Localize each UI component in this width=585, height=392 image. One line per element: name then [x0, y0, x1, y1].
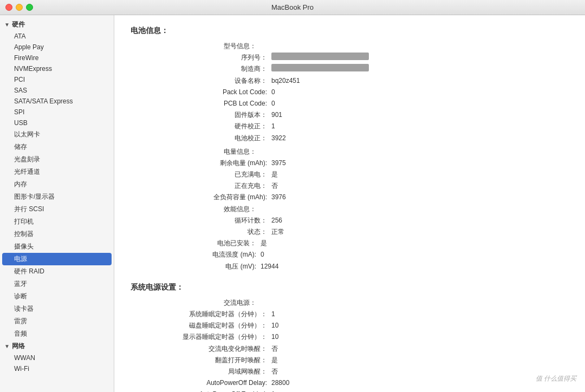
content-area: 电池信息： 型号信息： 序列号： 制造商： 设备名称： bq20z451: [114, 15, 585, 392]
watermark: 值 什么值得买: [536, 374, 576, 383]
charging-label: 正在充电：: [131, 181, 271, 191]
voltage-row: 电压 (mV): 12944: [131, 262, 569, 272]
lid-open-label: 翻盖打开时唤醒：: [131, 355, 271, 365]
sidebar-item-applepay[interactable]: Apple Pay: [0, 42, 114, 53]
battery-installed-label: 电池已安装：: [131, 238, 261, 249]
pack-lot-code-value: 0: [271, 87, 275, 97]
sidebar-item-camera[interactable]: 摄像头: [0, 240, 114, 253]
sidebar-item-scsi[interactable]: 并行 SCSI: [0, 203, 114, 215]
hardware-arrow-icon: ▼: [4, 22, 10, 28]
battery-manufacturer-value: [271, 64, 369, 71]
lid-open-row: 翻盖打开时唤醒： 是: [131, 355, 569, 365]
full-capacity-value: 3976: [271, 192, 286, 202]
sidebar-item-nvmexpress[interactable]: NVMExpress: [0, 63, 114, 74]
sidebar-item-controller[interactable]: 控制器: [0, 228, 114, 240]
maximize-button[interactable]: [26, 4, 33, 11]
hardware-version-row: 硬件校正： 1: [131, 121, 569, 132]
battery-manufacturer-label: 制造商：: [131, 64, 271, 74]
hardware-version-label: 硬件校正：: [131, 121, 271, 132]
sidebar-item-graphics[interactable]: 图形卡/显示器: [0, 191, 114, 203]
battery-device-value: bq20z451: [271, 76, 300, 86]
sidebar-item-spi[interactable]: SPI: [0, 107, 114, 117]
hardware-section-header[interactable]: ▼ 硬件: [0, 18, 114, 31]
disk-sleep-label: 磁盘睡眠定时器（分钟）：: [131, 321, 271, 331]
full-capacity-row: 全负荷容量 (mAh): 3976: [131, 192, 569, 202]
sidebar-item-fibrechannel[interactable]: 光纤通道: [0, 166, 114, 178]
battery-serial-row: 序列号：: [131, 53, 569, 63]
auto-power-off-enabled-value: 1: [271, 389, 275, 392]
display-sleep-value: 10: [271, 332, 278, 342]
disk-sleep-row: 磁盘睡眠定时器（分钟）： 10: [131, 321, 569, 331]
sidebar-item-bluetooth[interactable]: 蓝牙: [0, 278, 114, 290]
sidebar-item-sas[interactable]: SAS: [0, 85, 114, 96]
pcb-lot-code-row: PCB Lot Code: 0: [131, 99, 569, 109]
voltage-label: 电压 (mV):: [131, 262, 261, 272]
fully-charged-label: 已充满电：: [131, 169, 271, 180]
charge-section-row: 电量信息：: [131, 147, 569, 157]
battery-section-title: 电池信息：: [131, 26, 569, 36]
window-controls: [5, 4, 33, 11]
charge-section-title: 电量信息：: [131, 147, 261, 157]
battery-correction-row: 电池校正： 3922: [131, 133, 569, 143]
sidebar-item-ata[interactable]: ATA: [0, 31, 114, 42]
battery-serial-value: [271, 53, 369, 60]
pcb-lot-code-label: PCB Lot Code:: [131, 99, 271, 109]
hardware-version-value: 1: [271, 121, 275, 132]
battery-serial-label: 序列号：: [131, 53, 271, 63]
lan-wake-label: 局域网唤醒：: [131, 367, 271, 377]
remaining-label: 剩余电量 (mAh):: [131, 158, 271, 168]
sidebar-item-printer[interactable]: 打印机: [0, 215, 114, 228]
hardware-section-label: 硬件: [12, 20, 25, 29]
sidebar-item-memory[interactable]: 内存: [0, 178, 114, 191]
status-value: 正常: [271, 227, 284, 237]
minimize-button[interactable]: [16, 4, 23, 11]
sidebar-item-optical[interactable]: 光盘刻录: [0, 153, 114, 166]
system-sleep-value: 1: [271, 309, 275, 319]
ac-power-title: 交流电源：: [131, 298, 261, 308]
ac-change-label: 交流电变化时唤醒：: [131, 344, 271, 354]
auto-power-off-delay-value: 28800: [271, 378, 289, 388]
sidebar: ▼ 硬件 ATA Apple Pay FireWire NVMExpress P…: [0, 15, 114, 392]
sidebar-item-pci[interactable]: PCI: [0, 74, 114, 85]
sidebar-item-wwan[interactable]: WWAN: [0, 352, 114, 363]
network-arrow-icon: ▼: [4, 343, 10, 349]
close-button[interactable]: [5, 4, 12, 11]
sidebar-item-diagnostics[interactable]: 诊断: [0, 290, 114, 303]
network-section-label: 网络: [12, 342, 25, 351]
battery-installed-value: 是: [261, 238, 267, 249]
sidebar-item-usb[interactable]: USB: [0, 117, 114, 128]
status-row: 状态： 正常: [131, 227, 569, 237]
status-label: 状态：: [131, 227, 271, 237]
auto-power-off-delay-label: AutoPowerOff Delay:: [131, 378, 271, 388]
fully-charged-row: 已充满电： 是: [131, 169, 569, 180]
ac-power-row: 交流电源：: [131, 298, 569, 308]
battery-installed-row: 电池已安装： 是: [131, 238, 569, 249]
charging-row: 正在充电： 否: [131, 181, 569, 191]
performance-section-title: 效能信息：: [131, 204, 261, 214]
ac-change-row: 交流电变化时唤醒： 否: [131, 344, 569, 354]
sidebar-item-power[interactable]: 电源: [2, 253, 112, 265]
sidebar-item-hwraid[interactable]: 硬件 RAID: [0, 265, 114, 278]
sidebar-item-ethernet[interactable]: 以太网卡: [0, 128, 114, 141]
sidebar-item-wifi[interactable]: Wi-Fi: [0, 363, 114, 374]
battery-model-section: 型号信息： 序列号： 制造商： 设备名称： bq20z451 Pack Lot …: [131, 41, 569, 143]
sidebar-item-thunderbolt[interactable]: 雷雳: [0, 315, 114, 328]
window-title: MacBook Pro: [271, 3, 314, 11]
battery-device-label: 设备名称：: [131, 76, 271, 86]
system-sleep-label: 系统睡眠定时器（分钟）：: [131, 309, 271, 319]
sidebar-item-cardreader[interactable]: 读卡器: [0, 303, 114, 315]
pack-lot-code-label: Pack Lot Code:: [131, 87, 271, 97]
battery-model-row: 型号信息：: [131, 41, 569, 51]
full-capacity-label: 全负荷容量 (mAh):: [131, 192, 271, 202]
cycle-count-label: 循环计数：: [131, 215, 271, 226]
sidebar-item-sata[interactable]: SATA/SATA Express: [0, 96, 114, 107]
sidebar-item-storage[interactable]: 储存: [0, 141, 114, 153]
battery-manufacturer-row: 制造商：: [131, 64, 569, 74]
sidebar-item-audio[interactable]: 音频: [0, 328, 114, 340]
sidebar-item-firewire[interactable]: FireWire: [0, 53, 114, 63]
network-section-header[interactable]: ▼ 网络: [0, 340, 114, 352]
fully-charged-value: 是: [271, 169, 278, 180]
titlebar: MacBook Pro: [0, 0, 585, 15]
performance-section-row: 效能信息：: [131, 204, 569, 214]
pcb-lot-code-value: 0: [271, 99, 275, 109]
